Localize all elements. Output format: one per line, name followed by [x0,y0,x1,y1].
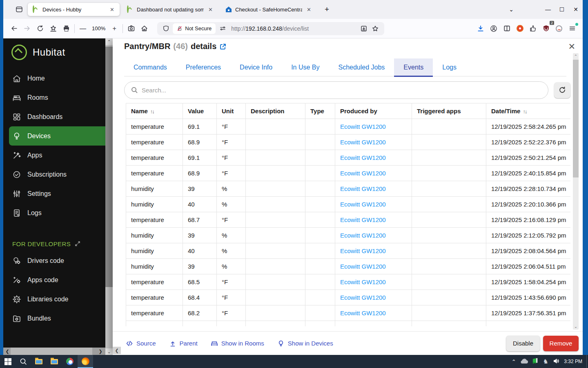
tab-close-icon[interactable]: ✕ [305,7,312,13]
bookmarks-menu-icon[interactable] [47,22,60,35]
produced-by-link[interactable]: Ecowitt GW1200 [340,294,386,301]
new-tab-button[interactable]: + [321,4,332,15]
produced-by-link[interactable]: Ecowitt GW1200 [340,263,386,270]
show-in-devices-link[interactable]: Show in Devices [277,340,333,347]
zoom-out-button[interactable]: — [76,22,89,35]
tab-commands[interactable]: Commands [124,58,176,76]
scroll-right-icon[interactable]: ❯ [97,348,104,355]
chrome-icon[interactable] [62,355,78,368]
shield-icon[interactable] [160,22,171,35]
firefox-icon[interactable] [78,355,93,368]
scroll-up-icon[interactable]: ⌃ [105,38,113,45]
produced-by-link[interactable]: Ecowitt GW1200 [340,154,386,161]
sidebar-item-apps[interactable]: Apps [3,146,105,165]
browser-tab-devices[interactable]: Devices - Hubby ✕ [28,3,120,16]
modal-vertical-scrollbar[interactable]: ⌃ ⌄ [573,53,579,330]
sidebar-item-bundles[interactable]: Bundles [3,309,105,328]
firefox-view-icon[interactable] [13,4,25,15]
column-header[interactable]: Date/Time↑↓ [486,103,571,119]
downloads-icon[interactable] [474,22,487,35]
produced-by-link[interactable]: Ecowitt GW1200 [340,278,386,285]
sidebar-item-libraries-code[interactable]: Libraries code [3,289,105,309]
clock[interactable]: 3:32 PM [561,359,586,364]
sidebar-item-devices[interactable]: Devices [9,126,105,146]
sidebar-item-logs[interactable]: Logs [3,203,105,222]
home-button[interactable] [138,22,151,35]
minimize-button[interactable]: — [541,6,555,13]
column-header[interactable]: Value [183,103,217,119]
section-for-developers[interactable]: FOR DEVELOPERS [3,239,105,249]
produced-by-link[interactable]: Ecowitt GW1200 [340,247,386,254]
extension-smile-icon[interactable] [552,22,566,35]
column-header[interactable]: Name↑↓ [126,103,183,119]
taskbar-search-icon[interactable] [16,355,31,368]
reader-sidebar-icon[interactable] [500,22,513,35]
sidebar-item-dashboards[interactable]: Dashboards [3,107,105,126]
produced-by-link[interactable]: Ecowitt GW1200 [340,185,386,192]
sort-icon[interactable]: ↑↓ [523,108,526,114]
start-button[interactable] [0,355,16,368]
scrollbar-thumb[interactable] [573,60,579,177]
url-bar[interactable]: Not Secure http://192.168.0.248/device/l… [157,22,384,35]
onedrive-icon[interactable] [519,358,530,365]
url-text[interactable]: http://192.168.0.248/device/list [231,25,358,32]
tab-device-info[interactable]: Device Info [230,58,282,76]
column-header[interactable]: Produced by [335,103,412,119]
print-icon[interactable] [60,22,73,35]
file-explorer-icon[interactable] [47,355,62,368]
screenshot-icon[interactable] [125,22,138,35]
produced-by-link[interactable]: Ecowitt GW1200 [340,139,386,146]
volume-icon[interactable] [551,358,561,366]
sidebar-item-subscriptions[interactable]: Subscriptions [3,165,105,184]
produced-by-link[interactable]: Ecowitt GW1200 [340,170,386,177]
column-header[interactable]: Type [305,103,335,119]
modal-close-icon[interactable]: ✕ [568,42,575,52]
tab-events[interactable]: Events [394,58,433,76]
tab-in-use-by[interactable]: In Use By [282,58,329,76]
search-input[interactable] [142,87,541,94]
refresh-button[interactable] [554,82,570,98]
show-desktop-button[interactable] [586,355,588,368]
page-vertical-scrollbar[interactable]: ⌃ ⌄ [105,38,113,355]
column-header[interactable]: Unit [217,103,246,119]
produced-by-link[interactable]: Ecowitt GW1200 [340,310,386,316]
back-button[interactable] [7,22,20,35]
scroll-up-icon[interactable]: ⌃ [573,54,579,58]
column-header[interactable]: Triggered apps [412,103,486,119]
sort-icon[interactable]: ↑↓ [150,108,154,114]
ublock-icon[interactable]: 2 [539,22,552,35]
scroll-down-icon[interactable]: ⌄ [105,348,113,355]
reload-button[interactable] [33,22,47,35]
parent-link[interactable]: Parent [169,340,198,347]
produced-by-link[interactable]: Ecowitt GW1200 [340,123,386,130]
tab-close-icon[interactable]: ✕ [109,7,116,13]
sidebar-item-settings[interactable]: Settings [3,184,105,203]
save-page-icon[interactable] [358,22,370,35]
hubitat-brand[interactable]: Hubitat [3,38,105,64]
browser-tab-checkout[interactable]: Checkout - SafeHomeCentral ✕ [220,3,316,16]
window-close-button[interactable]: ✕ [569,6,583,13]
produced-by-link[interactable]: Ecowitt GW1200 [340,232,386,239]
external-link-icon[interactable] [219,43,227,50]
browser-tab-dashboard[interactable]: Dashboard not updating some dev ✕ [122,3,218,16]
scrollbar-thumb[interactable] [11,348,92,355]
extension-thumb-icon[interactable] [526,22,539,35]
sidebar-item-drivers-code[interactable]: Drivers code [3,251,105,270]
tray-book-icon[interactable] [530,358,540,365]
show-in-rooms-link[interactable]: Show in Rooms [211,340,264,347]
scroll-down-icon[interactable]: ⌄ [573,324,579,329]
bookmark-star-icon[interactable] [370,22,381,35]
menu-icon[interactable] [566,22,579,35]
tray-chevron-icon[interactable]: ⌃ [508,359,519,365]
extension-orange-icon[interactable] [513,22,526,35]
tab-logs[interactable]: Logs [433,58,466,76]
source-link[interactable]: Source [126,340,156,347]
security-chip[interactable]: Not Secure [173,23,216,34]
column-header[interactable]: Description [246,103,305,119]
tab-preferences[interactable]: Preferences [176,58,230,76]
zoom-in-button[interactable]: + [108,22,121,35]
scroll-left-icon[interactable]: ❮ [4,348,11,355]
scrollbar-thumb[interactable] [105,47,113,287]
sidebar-item-rooms[interactable]: Rooms [3,88,105,107]
list-tabs-icon[interactable]: ⌄ [504,6,518,13]
